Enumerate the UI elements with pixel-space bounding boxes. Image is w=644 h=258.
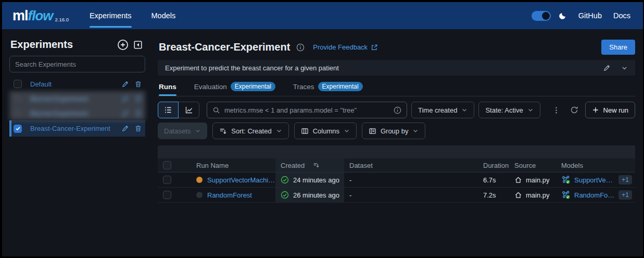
top-navbar: mlflow 2.16.0 Experiments Models GitHub … <box>2 2 643 29</box>
columns-icon <box>301 127 309 135</box>
refresh-icon[interactable] <box>567 103 581 117</box>
header-run-name[interactable]: Run Name <box>187 158 275 172</box>
chevron-down-icon <box>527 107 534 113</box>
tab-evaluation[interactable]: Evaluation Experimental <box>194 82 275 91</box>
runs-search-input[interactable] <box>224 106 389 114</box>
sort-descending-icon <box>313 162 320 169</box>
provide-feedback-label: Provide Feedback <box>313 43 368 51</box>
select-all-checkbox[interactable] <box>163 161 171 169</box>
experiment-tabs: Runs Evaluation Experimental Traces Expe… <box>158 82 635 96</box>
provide-feedback-link[interactable]: Provide Feedback <box>313 43 378 51</box>
collapse-sidebar-icon[interactable] <box>133 40 143 50</box>
search-info-icon[interactable] <box>394 106 401 114</box>
nav-tab-models[interactable]: Models <box>151 2 176 29</box>
experiment-checkbox[interactable] <box>14 109 22 117</box>
model-link[interactable]: RandomForest-Bre… <box>574 191 615 199</box>
experiment-item-breast-cancer[interactable]: Breast-Cancer-Experiment <box>9 120 145 137</box>
info-icon[interactable] <box>296 43 305 52</box>
experiment-item-blurred[interactable]: Blurred Experiment <box>9 91 145 106</box>
run-row[interactable]: RandomForest 26 minutes ago - 7.2s <box>158 188 635 203</box>
experiment-checkbox[interactable] <box>14 80 22 88</box>
edit-description-icon[interactable] <box>603 64 611 72</box>
more-options-kebab-icon[interactable] <box>550 103 563 117</box>
search-experiments-input[interactable] <box>9 56 145 72</box>
sort-dropdown[interactable]: Sort: Created <box>212 122 288 139</box>
delete-trash-icon[interactable] <box>134 125 142 132</box>
mlflow-app: mlflow 2.16.0 Experiments Models GitHub … <box>2 2 643 256</box>
experiment-label[interactable]: Default <box>30 80 116 88</box>
table-top-spacer <box>158 145 635 158</box>
experiment-checkbox[interactable] <box>14 94 22 103</box>
header-created-label: Created <box>281 162 305 169</box>
group-by-dropdown[interactable]: Group by <box>362 122 425 139</box>
row-checkbox[interactable] <box>163 176 171 184</box>
experiment-checkbox-checked[interactable] <box>14 125 22 133</box>
header-run-name-label: Run Name <box>196 162 229 169</box>
more-models-badge[interactable]: +1 <box>618 175 632 185</box>
chevron-down-icon[interactable] <box>621 65 628 71</box>
chevron-down-icon <box>412 128 419 134</box>
time-created-dropdown[interactable]: Time created <box>411 102 474 118</box>
docs-link[interactable]: Docs <box>613 11 630 20</box>
edit-pencil-icon[interactable] <box>121 109 129 117</box>
row-checkbox[interactable] <box>163 191 171 199</box>
run-source[interactable]: main.py <box>526 176 550 184</box>
datasets-dropdown[interactable]: Datasets <box>158 122 207 139</box>
tab-runs[interactable]: Runs <box>159 83 176 91</box>
navbar-right: GitHub Docs <box>532 2 630 29</box>
chart-view-button[interactable] <box>179 102 199 118</box>
chevron-down-icon <box>344 128 350 134</box>
edit-pencil-icon[interactable] <box>121 80 129 88</box>
primary-nav: Experiments Models <box>90 2 175 29</box>
header-dataset[interactable]: Dataset <box>344 158 477 172</box>
github-link[interactable]: GitHub <box>578 11 602 20</box>
header-source[interactable]: Source <box>512 158 558 172</box>
theme-toggle[interactable] <box>532 11 551 21</box>
experiment-item-default[interactable]: Default <box>9 77 145 91</box>
experiment-item-blurred[interactable]: Blurred Experiment <box>9 106 145 120</box>
edit-pencil-icon[interactable] <box>121 95 129 103</box>
add-experiment-icon[interactable] <box>117 39 129 51</box>
new-run-button[interactable]: New run <box>585 102 635 118</box>
columns-dropdown[interactable]: Columns <box>294 122 357 139</box>
share-button[interactable]: Share <box>601 40 635 55</box>
delete-trash-icon[interactable] <box>134 80 142 88</box>
sort-icon <box>219 127 227 135</box>
header-duration[interactable]: Duration <box>477 158 512 172</box>
model-link[interactable]: SupportVectorMac… <box>574 176 615 184</box>
header-created[interactable]: Created <box>275 158 344 172</box>
registered-model-icon <box>561 175 571 185</box>
search-icon <box>212 106 220 114</box>
more-models-badge[interactable]: +1 <box>618 190 632 200</box>
group-by-icon <box>369 127 376 135</box>
delete-trash-icon[interactable] <box>134 95 142 103</box>
tab-runs-label: Runs <box>159 83 176 91</box>
runs-search-box <box>207 102 407 118</box>
run-finished-icon <box>281 191 289 199</box>
run-row[interactable]: SupportVectorMachine 24 minutes ago - 6.… <box>158 173 635 188</box>
experiment-label[interactable]: Blurred Experiment <box>30 109 116 117</box>
sort-label: Sort: Created <box>231 127 271 135</box>
run-color-dot <box>196 192 203 198</box>
tab-traces[interactable]: Traces Experimental <box>293 82 363 91</box>
run-source[interactable]: main.py <box>526 191 550 199</box>
run-name-link[interactable]: RandomForest <box>207 191 252 199</box>
logo-text-ml: ml <box>12 8 28 24</box>
experiment-label[interactable]: Blurred Experiment <box>30 95 116 103</box>
run-name-link[interactable]: SupportVectorMachine <box>207 176 275 184</box>
datasets-label: Datasets <box>164 127 191 135</box>
experiment-label[interactable]: Breast-Cancer-Experiment <box>30 125 116 132</box>
run-duration: 7.2s <box>477 188 512 202</box>
run-dataset: - <box>344 173 477 187</box>
home-icon <box>514 191 522 199</box>
edit-pencil-icon[interactable] <box>121 125 129 132</box>
view-mode-switcher <box>158 102 199 118</box>
external-link-icon <box>371 44 378 51</box>
nav-tab-experiments[interactable]: Experiments <box>90 2 132 29</box>
list-view-button[interactable] <box>158 102 179 118</box>
plus-icon <box>592 106 599 114</box>
chevron-down-icon <box>276 128 282 134</box>
header-models[interactable]: Models <box>558 158 635 172</box>
delete-trash-icon[interactable] <box>134 109 142 117</box>
state-filter-dropdown[interactable]: State: Active <box>478 102 540 118</box>
